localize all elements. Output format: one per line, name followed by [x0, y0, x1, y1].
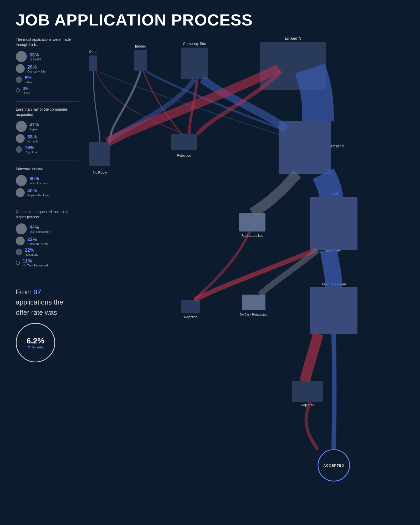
rejected-by-me-label: Rejected By Me	[27, 242, 48, 245]
task-requested-label: Task Requested	[29, 230, 50, 233]
replies-too-late-node	[239, 213, 265, 231]
noreply-stat: 38% No reply	[16, 134, 79, 143]
indeed-node	[134, 50, 147, 71]
interviews-title: Interview section	[16, 166, 79, 171]
linkedin-circle	[16, 51, 27, 62]
other-node-label: Other	[89, 50, 98, 54]
company-site-node-label: Company Site	[183, 42, 206, 46]
rejections-stat: 22% Rejections	[16, 248, 79, 256]
responses-title: Less than half of the companies responde…	[16, 107, 79, 117]
other-stat: 3% Other	[16, 86, 79, 95]
indeed-pct: 8%	[25, 75, 34, 81]
companysite-stat: 26% Company Site	[16, 64, 79, 73]
rejected-by-me-circle	[16, 236, 25, 245]
responses-section: Less than half of the companies responde…	[16, 104, 79, 161]
rejection-bottom-label: Rejection	[184, 315, 197, 319]
tasks-title: Companies requested tasks in a higher pe…	[16, 209, 79, 220]
rejected-node	[292, 381, 323, 402]
replied-label: Replied	[29, 128, 39, 131]
rejection-circle	[16, 146, 22, 153]
linkedin-label: LinkedIN	[29, 58, 41, 61]
accepted-label: ACCEPTED	[323, 464, 344, 467]
replies-too-late-circle	[16, 188, 25, 197]
replies-too-late-stat: 40% Replies Too Late	[16, 188, 79, 197]
companysite-circle	[16, 64, 25, 73]
linkedin-pct: 63%	[29, 52, 41, 58]
rejected-by-me-stat: 22% Rejected By Me	[16, 236, 79, 245]
flow-task-accepted	[334, 334, 334, 450]
rejection-label: Rejection	[25, 151, 37, 154]
linkedin-stat: 63% LinkedIN	[16, 51, 79, 62]
flow-task-rejected	[305, 334, 318, 381]
replied-label: Replied	[331, 144, 344, 148]
sources-title: The most applications were made through …	[16, 37, 79, 47]
flow-rejected-end	[306, 402, 318, 450]
sankey-svg: Other Indeed Company Site LinkedIN No Re…	[81, 34, 418, 497]
rejection-stat: 16% Rejection	[16, 145, 79, 154]
noreply-pct: 38%	[27, 134, 38, 140]
left-panel: The most applications were made through …	[8, 34, 81, 498]
initial-interviews-node	[310, 197, 357, 250]
tasks-section: Companies requested tasks in a higher pe…	[16, 207, 79, 274]
flow-linkedin-replied	[310, 69, 318, 121]
offer-rate-circle: 6.2% Offer rate	[16, 323, 55, 362]
applications-count: 97	[34, 288, 41, 296]
replied-pct: 47%	[29, 122, 39, 128]
rejection-mid-label: Rejection	[177, 153, 191, 157]
rejection-mid-node	[171, 134, 197, 150]
indeed-label: Indeed	[25, 81, 34, 84]
bottom-text: From 97 applications the offer rate was	[16, 287, 79, 318]
no-task-requested-label: No Task Requested	[23, 264, 48, 267]
no-reply-node	[89, 142, 110, 166]
interviews-section: Interview section 60% Initial Interview …	[16, 163, 79, 204]
no-task-node	[242, 295, 265, 310]
initial-interview-label: Initial Interview	[29, 182, 49, 185]
companysite-pct: 26%	[27, 64, 45, 70]
other-label: Other	[23, 91, 30, 95]
no-task-requested-pct: 11%	[23, 258, 48, 264]
no-task-requested-circle	[16, 261, 20, 265]
rejections-pct: 22%	[25, 248, 38, 253]
indeed-node-label: Indeed	[135, 44, 146, 48]
noreply-circle	[16, 134, 25, 143]
flow-interviews-task	[329, 250, 334, 287]
company-site-node	[181, 48, 208, 79]
replies-too-late-label: Replies too late	[242, 234, 263, 238]
sankey-diagram: Other Indeed Company Site LinkedIN No Re…	[81, 34, 418, 498]
other-pct: 3%	[23, 86, 30, 91]
offer-rate-label: Offer rate	[28, 345, 43, 349]
initial-interview-pct: 60%	[29, 176, 49, 182]
linkedin-node-label: LinkedIN	[285, 36, 301, 40]
flow-interviews-rejection-bottom	[194, 250, 315, 300]
rejection-bottom-node	[181, 300, 200, 313]
task-requested-stat: 44% Task Requested	[16, 223, 79, 234]
indeed-circle	[16, 76, 22, 83]
rejections-label: Rejections	[25, 253, 38, 256]
rejections-circle	[16, 249, 22, 255]
noreply-label: No reply	[27, 140, 38, 143]
indeed-stat: 8% Indeed	[16, 75, 79, 84]
replies-too-late-pct: 40%	[27, 188, 49, 194]
task-requested-circle	[16, 223, 27, 234]
rejection-pct: 16%	[25, 145, 37, 151]
companysite-label: Company Site	[27, 70, 45, 73]
other-circle	[16, 88, 20, 92]
task-requested-node	[310, 287, 357, 334]
initial-interview-stat: 60% Initial Interview	[16, 175, 79, 186]
page-title: JOB APPLICATION PROCESS	[0, 0, 420, 34]
sources-section: The most applications were made through …	[16, 34, 79, 102]
rejected-by-me-pct: 22%	[27, 237, 48, 242]
flow-replied-toolate	[252, 174, 297, 213]
task-requested-pct: 44%	[29, 225, 50, 230]
initial-interview-circle	[16, 175, 27, 186]
no-reply-label: No Reply	[93, 171, 107, 174]
no-task-label: No Task Requested	[240, 313, 268, 316]
flow-replied-interviews	[323, 174, 331, 197]
other-node	[89, 55, 97, 71]
replies-too-late-label: Replies Too Late	[27, 194, 49, 197]
no-task-requested-stat: 11% No Task Requested	[16, 258, 79, 267]
offer-rate-pct: 6.2%	[27, 336, 44, 345]
replied-stat: 47% Replied	[16, 121, 79, 132]
replied-circle	[16, 121, 27, 132]
flow-other-noreply	[93, 71, 100, 142]
